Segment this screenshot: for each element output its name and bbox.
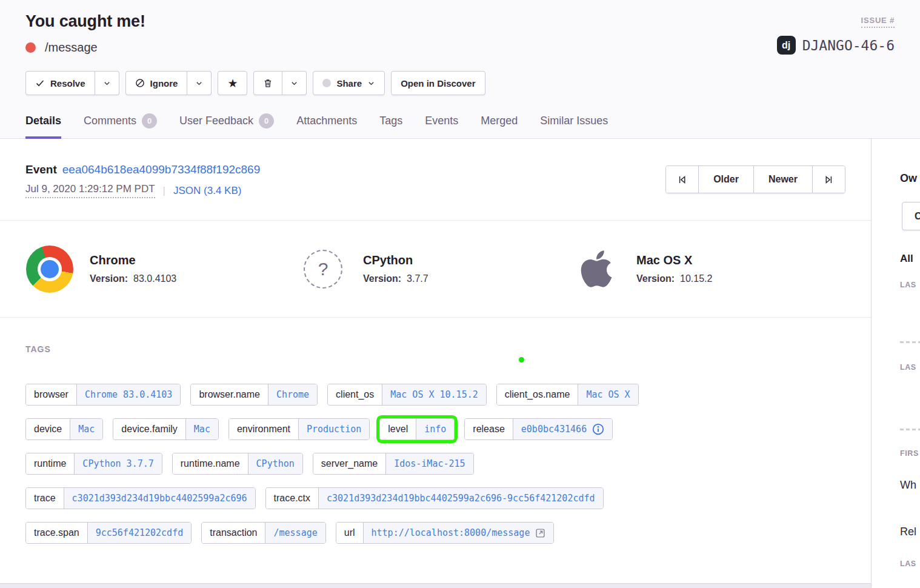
tag-value-link[interactable]: c3021d393d234d19bbc4402599a2c696-9cc56f4… <box>318 488 603 509</box>
context-icon <box>572 248 621 290</box>
chevron-down-icon <box>195 79 203 87</box>
oldest-event-button[interactable] <box>666 166 698 193</box>
context-card-cpython: ? CPython Version: 3.7.7 <box>299 250 572 289</box>
tag-row: trace.span 9cc56f421202cdfd transaction … <box>25 522 845 544</box>
event-id-link[interactable]: eea064b618ea4099b7334f88f192c869 <box>62 163 261 176</box>
ignore-dropdown-button[interactable] <box>187 71 212 95</box>
event-pagination: Older Newer <box>665 165 845 193</box>
tab-user-feedback[interactable]: User Feedback 0 <box>179 113 274 139</box>
context-card-chrome: Chrome Version: 83.0.4103 <box>25 246 299 293</box>
delete-dropdown-button[interactable] <box>282 71 307 95</box>
main-column: Eventeea064b618ea4099b7334f88f192c869 Ju… <box>0 139 871 588</box>
tag-key: client_os.name <box>497 384 578 405</box>
delete-button[interactable] <box>253 71 282 95</box>
event-title: Eventeea064b618ea4099b7334f88f192c869 <box>25 163 260 176</box>
tab-tags[interactable]: Tags <box>379 113 402 139</box>
tag-row: runtime CPython 3.7.7 runtime.name CPyth… <box>25 453 845 475</box>
ignore-button[interactable]: Ignore <box>125 71 188 95</box>
bookmark-star-button[interactable]: ★ <box>218 71 247 95</box>
tag-value-link[interactable]: e0b0bc431466 <box>513 419 612 439</box>
tab-comments[interactable]: Comments 0 <box>84 113 157 139</box>
tag-value-link[interactable]: Idos-iMac-215 <box>385 453 473 474</box>
tag-value-link[interactable]: 9cc56f421202cdfd <box>87 523 192 543</box>
tag-value-link[interactable]: Chrome <box>268 384 317 405</box>
tag-value-link[interactable]: Mac OS X <box>578 384 638 405</box>
apple-icon <box>581 248 612 290</box>
tab-attachments[interactable]: Attachments <box>296 113 357 139</box>
count-badge: 0 <box>259 113 274 129</box>
tag-value-link[interactable]: Mac OS X 10.15.2 <box>382 384 486 405</box>
event-timestamp: Jul 9, 2020 1:29:12 PM PDT <box>25 183 155 198</box>
tag-row: browser Chrome 83.0.4103 browser.name Ch… <box>25 384 845 406</box>
share-button[interactable]: Share <box>313 71 385 95</box>
tag-value-text: c3021d393d234d19bbc4402599a2c696 <box>72 493 247 504</box>
tag-row: device Mac device.family Mac environment… <box>25 418 845 440</box>
newer-event-button[interactable]: Newer <box>753 166 812 193</box>
tag-pill-server-name: server_name Idos-iMac-215 <box>313 453 474 475</box>
tag-value-text: Mac <box>194 424 210 435</box>
culprit: /message <box>45 41 98 55</box>
meta-separator: | <box>163 185 165 197</box>
sidebar-stat-label: LAS <box>900 560 916 568</box>
tag-key: client_os <box>328 384 382 405</box>
tag-pill-trace: trace c3021d393d234d19bbc4402599a2c696 <box>25 487 256 509</box>
tab-similar-issues[interactable]: Similar Issues <box>540 113 608 139</box>
chevron-down-icon <box>290 79 298 87</box>
culprit-row: /message <box>25 41 145 55</box>
header-left: You caught me! /message <box>25 12 145 55</box>
event-header: Eventeea064b618ea4099b7334f88f192c869 Ju… <box>0 139 871 221</box>
tab-events[interactable]: Events <box>425 113 458 139</box>
tag-value-link[interactable]: info <box>416 419 454 439</box>
issue-page: You caught me! /message ISSUE # dj DJANG… <box>0 0 920 588</box>
tab-label: Merged <box>481 115 518 127</box>
tag-value-text: Chrome 83.0.4103 <box>85 389 173 400</box>
tag-key: browser.name <box>191 384 268 405</box>
tags-section: TAGS browser Chrome 83.0.4103 browser.na… <box>0 318 871 583</box>
tag-value-link[interactable]: CPython 3.7.7 <box>74 453 161 474</box>
tag-value-link[interactable]: /message <box>265 523 325 543</box>
star-icon: ★ <box>227 78 238 89</box>
tag-key: trace.ctx <box>266 488 318 509</box>
older-event-button[interactable]: Older <box>698 166 753 193</box>
sidebar-text-fragment: Wh <box>900 479 916 492</box>
tab-merged[interactable]: Merged <box>481 113 518 139</box>
tab-label: Events <box>425 115 458 127</box>
open-in-discover-button[interactable]: Open in Discover <box>391 71 485 95</box>
tag-value-link[interactable]: Chrome 83.0.4103 <box>76 384 181 405</box>
chevron-down-icon <box>367 79 375 87</box>
tag-value-text: Mac <box>78 424 95 435</box>
external-link-icon[interactable] <box>535 528 545 538</box>
resolve-button-group: Resolve <box>25 71 119 95</box>
json-download-link[interactable]: JSON (3.4 KB) <box>173 185 241 197</box>
context-title: Mac OS X <box>636 253 712 267</box>
main-bottom-edge <box>0 583 871 588</box>
ban-icon <box>135 78 145 88</box>
tag-value-link[interactable]: http://localhost:8000/message <box>363 523 554 543</box>
ignore-label: Ignore <box>150 78 178 89</box>
sidebar-owners-heading: Ow <box>900 172 917 185</box>
sidebar-truncated-button[interactable]: C <box>902 202 920 230</box>
tag-value-link[interactable]: Mac <box>70 419 102 439</box>
tag-value-link[interactable]: Mac <box>185 419 218 439</box>
info-icon[interactable] <box>592 423 604 435</box>
count-badge: 0 <box>142 113 157 129</box>
tag-key: server_name <box>313 453 385 474</box>
tag-value-link[interactable]: Production <box>298 419 369 439</box>
tag-value-text: Mac OS X <box>586 389 630 400</box>
tab-label: Tags <box>379 115 402 127</box>
tag-value-link[interactable]: CPython <box>248 453 302 474</box>
tag-value-text: Idos-iMac-215 <box>394 458 465 469</box>
tag-value-link[interactable]: c3021d393d234d19bbc4402599a2c696 <box>64 488 255 509</box>
tag-key: url <box>336 523 363 543</box>
newest-event-button[interactable] <box>812 166 845 193</box>
tag-pill-client-os: client_os Mac OS X 10.15.2 <box>327 384 487 406</box>
tab-label: Attachments <box>296 115 357 127</box>
resolve-dropdown-button[interactable] <box>95 71 119 95</box>
version-label: Version: <box>636 273 675 284</box>
resolve-button[interactable]: Resolve <box>25 71 95 95</box>
right-sidebar: Ow C All LAS LAS FIRS Wh Rel LAS <box>871 139 920 588</box>
header-top: You caught me! /message ISSUE # dj DJANG… <box>25 12 895 55</box>
tab-details[interactable]: Details <box>25 113 61 139</box>
tag-pill-device: device Mac <box>25 418 103 440</box>
version-label: Version: <box>90 273 128 284</box>
